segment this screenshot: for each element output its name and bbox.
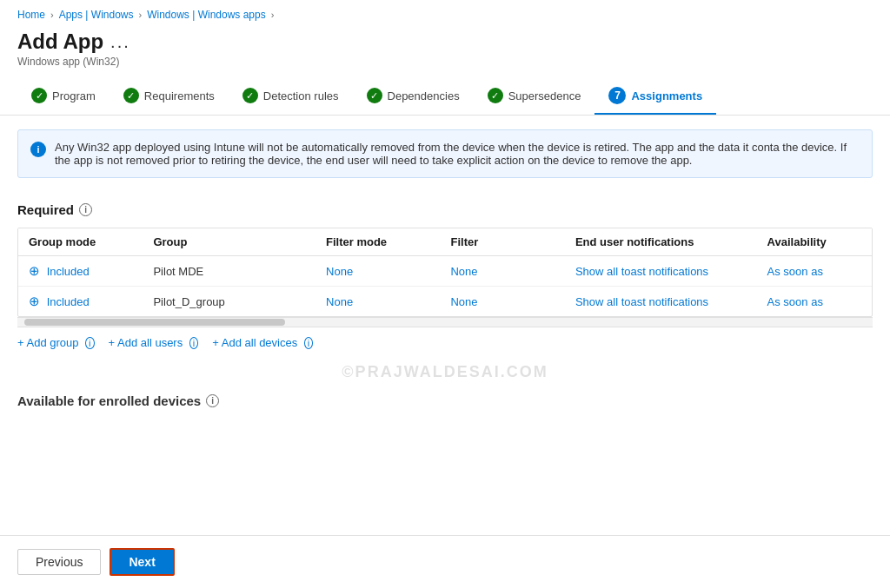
page-subtitle: Windows app (Win32)	[17, 56, 873, 68]
add-circle-icon-2: ⊕	[29, 294, 40, 308]
breadcrumb-sep-1: ›	[50, 10, 54, 20]
add-users-info-icon[interactable]: i	[189, 337, 198, 349]
tab-supersedence-label: Supersedence	[508, 89, 581, 102]
tab-check-program: ✓	[31, 88, 47, 103]
col-header-filter-mode: Filter mode	[315, 228, 440, 256]
row1-group: Pilot MDE	[143, 256, 315, 287]
main-content: Required i Group mode Group Filter mode …	[0, 192, 890, 535]
row1-filter-link[interactable]: None	[450, 265, 477, 278]
tab-check-detection: ✓	[242, 88, 258, 103]
tab-dependencies-label: Dependencies	[388, 89, 460, 102]
tab-detection[interactable]: ✓ Detection rules	[229, 79, 353, 114]
previous-button[interactable]: Previous	[17, 549, 101, 575]
page-header: Add App ... Windows app (Win32)	[0, 24, 890, 78]
table-row: ⊕ Included Pilot_D_group None None Sh	[18, 287, 872, 317]
tab-requirements[interactable]: ✓ Requirements	[110, 79, 229, 114]
breadcrumb: Home › Apps | Windows › Windows | Window…	[0, 0, 890, 24]
row2-availability: As soon as	[757, 287, 872, 317]
breadcrumb-apps-windows[interactable]: Apps | Windows	[59, 9, 134, 21]
required-table-wrapper: Group mode Group Filter mode Filter End …	[17, 228, 873, 317]
add-circle-icon-1: ⊕	[29, 263, 40, 278]
tab-program-label: Program	[52, 89, 96, 102]
tab-requirements-label: Requirements	[144, 89, 215, 102]
tab-supersedence[interactable]: ✓ Supersedence	[474, 79, 595, 114]
header-menu-button[interactable]: ...	[110, 32, 130, 52]
breadcrumb-sep-3: ›	[271, 10, 275, 20]
row2-included-link[interactable]: ⊕ Included	[29, 295, 90, 308]
watermark: ©PRAJWALDESAI.COM	[17, 358, 873, 386]
tab-check-dependencies: ✓	[367, 88, 382, 103]
row2-notifications-link[interactable]: Show all toast notifications	[575, 295, 708, 308]
page-title: Add App	[17, 30, 103, 54]
row2-group: Pilot_D_group	[143, 287, 315, 317]
info-icon: i	[30, 142, 46, 157]
row1-notifications: Show all toast notifications	[565, 256, 757, 287]
available-section: Available for enrolled devices i	[17, 386, 873, 415]
row1-filter: None	[440, 256, 564, 287]
available-label: Available for enrolled devices	[17, 393, 201, 408]
row2-group-mode: ⊕ Included	[18, 287, 143, 317]
col-header-group-mode: Group mode	[18, 228, 143, 256]
tab-assignments[interactable]: 7 Assignments	[594, 78, 716, 115]
row1-group-mode: ⊕ Included	[18, 256, 143, 287]
col-header-filter: Filter	[440, 228, 564, 256]
breadcrumb-windows-apps[interactable]: Windows | Windows apps	[147, 9, 266, 21]
table-row: ⊕ Included Pilot MDE None None Show a	[18, 256, 872, 287]
add-devices-info-icon[interactable]: i	[304, 337, 313, 349]
add-group-link[interactable]: + Add group i	[17, 336, 95, 349]
available-section-title: Available for enrolled devices i	[17, 393, 873, 408]
info-banner-text: Any Win32 app deployed using Intune will…	[55, 141, 860, 167]
wizard-tabs: ✓ Program ✓ Requirements ✓ Detection rul…	[0, 78, 890, 116]
available-info-icon[interactable]: i	[206, 394, 219, 407]
wizard-footer: Previous Next	[0, 535, 890, 588]
scroll-thumb[interactable]	[24, 319, 285, 326]
row1-availability: As soon as	[757, 256, 872, 287]
add-all-devices-link[interactable]: + Add all devices i	[212, 336, 313, 349]
tab-dependencies[interactable]: ✓ Dependencies	[353, 79, 474, 114]
tab-detection-label: Detection rules	[263, 89, 339, 102]
add-group-info-icon[interactable]: i	[85, 337, 94, 349]
tab-check-requirements: ✓	[123, 88, 139, 103]
col-header-availability: Availability	[757, 228, 872, 256]
breadcrumb-home[interactable]: Home	[17, 9, 45, 21]
row1-included-link[interactable]: ⊕ Included	[29, 265, 90, 278]
tab-assignments-label: Assignments	[631, 89, 702, 102]
horizontal-scrollbar[interactable]	[17, 317, 873, 327]
row1-filter-mode-link[interactable]: None	[326, 265, 353, 278]
row1-availability-link[interactable]: As soon as	[767, 265, 823, 278]
row1-filter-mode: None	[315, 256, 440, 287]
row2-filter: None	[440, 287, 564, 317]
col-header-notifications: End user notifications	[565, 228, 757, 256]
row2-availability-link[interactable]: As soon as	[767, 295, 823, 308]
required-table: Group mode Group Filter mode Filter End …	[18, 228, 872, 316]
row1-notifications-link[interactable]: Show all toast notifications	[575, 265, 708, 278]
tab-num-assignments: 7	[608, 87, 626, 104]
row2-notifications: Show all toast notifications	[565, 287, 757, 317]
add-links-row: + Add group i + Add all users i + Add al…	[17, 327, 873, 358]
next-button[interactable]: Next	[110, 548, 174, 576]
required-section-title: Required i	[17, 202, 873, 217]
breadcrumb-sep-2: ›	[139, 10, 143, 20]
info-banner: i Any Win32 app deployed using Intune wi…	[17, 129, 873, 178]
required-info-icon[interactable]: i	[79, 203, 92, 216]
add-all-users-link[interactable]: + Add all users i	[109, 336, 199, 349]
col-header-group: Group	[143, 228, 315, 256]
required-label: Required	[17, 202, 74, 217]
tab-check-supersedence: ✓	[488, 88, 503, 103]
row2-filter-mode: None	[315, 287, 440, 317]
row2-filter-link[interactable]: None	[450, 295, 477, 308]
tab-program[interactable]: ✓ Program	[17, 79, 110, 114]
row2-filter-mode-link[interactable]: None	[326, 295, 353, 308]
